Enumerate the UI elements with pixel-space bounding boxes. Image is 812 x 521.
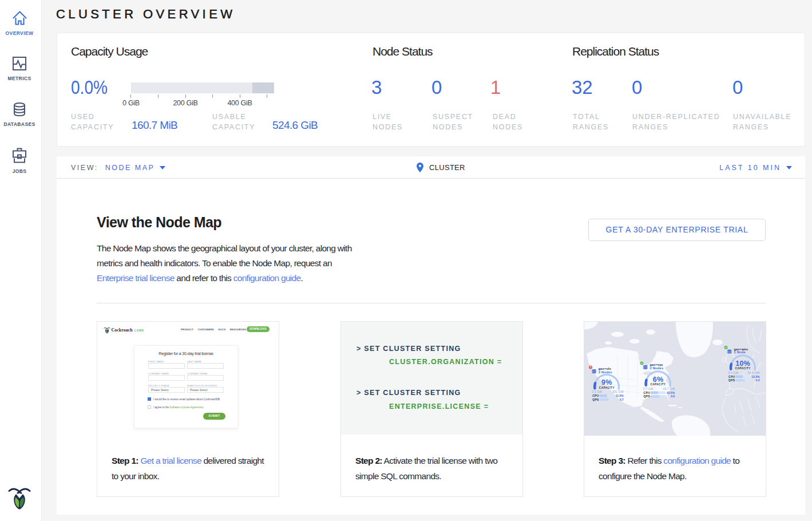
svg-text:9%: 9% [601,378,612,386]
svg-text:42.5%: 42.5% [667,391,675,394]
svg-text:LABS: LABS [134,329,144,332]
svg-text:43.7 GiB: 43.7 GiB [663,387,675,390]
svg-text:6%: 6% [653,376,664,384]
svg-text:CPU: CPU [592,394,599,397]
svg-text:34.4 GiB: 34.4 GiB [747,371,759,374]
svg-text:QPS: QPS [592,398,599,401]
svg-text:3.2 GiB: 3.2 GiB [592,390,602,393]
svg-text:2 Nodes: 2 Nodes [649,366,663,370]
svg-text:CPU: CPU [644,391,651,394]
svg-text:0.4: 0.4 [756,378,760,382]
svg-text:11.0%: 11.0% [616,394,624,397]
svg-text:QPS: QPS [728,378,735,382]
svg-text:10%: 10% [735,360,750,368]
svg-text:CAPACITY: CAPACITY [735,367,751,370]
svg-text:CPU: CPU [728,375,735,378]
svg-text:CAPACITY: CAPACITY [599,386,615,389]
svg-text:13.3%: 13.3% [751,375,760,378]
svg-text:4.7: 4.7 [620,398,624,401]
svg-text:1 Node: 1 Node [734,350,746,354]
svg-text:0.0: 0.0 [671,394,675,398]
svg-text:QPS: QPS [644,394,651,398]
svg-text:3.6 GiB: 3.6 GiB [728,371,738,374]
svg-text:2 Nodes: 2 Nodes [599,370,612,374]
svg-text:CAPACITY: CAPACITY [650,383,666,386]
svg-text:3.7 GiB: 3.7 GiB [643,387,653,390]
svg-text:351 GiB: 351 GiB [612,390,624,393]
svg-text:Cockroach: Cockroach [112,327,133,333]
